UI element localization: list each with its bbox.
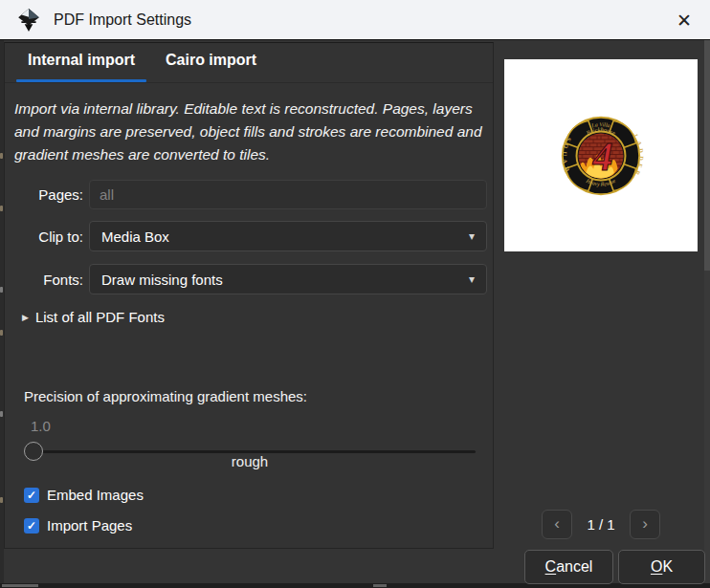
check-icon: ✓ bbox=[27, 520, 36, 532]
tab-bar: Internal import Cairo import bbox=[5, 43, 493, 83]
background-fragment bbox=[0, 206, 3, 211]
inkscape-logo-icon bbox=[16, 8, 41, 33]
pdf-fonts-expander[interactable]: ▶ List of all PDF Fonts bbox=[22, 309, 165, 325]
previous-page-button[interactable]: ‹ bbox=[542, 510, 572, 539]
background-fragment bbox=[0, 330, 3, 336]
close-icon[interactable]: ✕ bbox=[670, 7, 699, 33]
badge-number: 4 bbox=[592, 134, 613, 178]
pdf-preview-badge: 4 La Villa Brickhouse Heavy Rescue SQUAD… bbox=[554, 109, 648, 203]
chevron-down-icon: ▾ bbox=[469, 229, 475, 243]
precision-scale-label: rough bbox=[24, 453, 476, 469]
cancel-button[interactable]: Cancel bbox=[524, 550, 613, 584]
import-pages-label: Import Pages bbox=[47, 517, 132, 534]
background-scrollbar-fragment bbox=[704, 40, 710, 271]
background-fragment bbox=[0, 287, 3, 293]
pdf-fonts-expander-label: List of all PDF Fonts bbox=[35, 309, 165, 325]
next-page-button[interactable]: › bbox=[630, 510, 660, 539]
fonts-label: Fonts: bbox=[5, 272, 83, 288]
clip-to-label: Clip to: bbox=[5, 229, 83, 245]
import-pages-checkbox[interactable]: ✓ bbox=[24, 518, 39, 534]
import-settings-notebook: Internal import Cairo import Import via … bbox=[4, 42, 494, 549]
pages-label: Pages: bbox=[5, 186, 83, 203]
pages-input[interactable] bbox=[89, 180, 487, 209]
fonts-dropdown[interactable]: Draw missing fonts ▾ bbox=[89, 264, 487, 294]
page-position-label: 1 / 1 bbox=[583, 516, 619, 533]
chevron-right-icon: › bbox=[642, 514, 648, 534]
check-icon: ✓ bbox=[27, 490, 36, 501]
fonts-value: Draw missing fonts bbox=[101, 272, 223, 288]
background-right-edge bbox=[704, 40, 710, 583]
import-pages-row[interactable]: ✓ Import Pages bbox=[24, 517, 132, 534]
embed-images-row[interactable]: ✓ Embed Images bbox=[24, 487, 144, 503]
clip-to-value: Media Box bbox=[101, 229, 169, 245]
page-navigator: ‹ 1 / 1 › bbox=[504, 509, 698, 539]
chevron-left-icon: ‹ bbox=[554, 514, 560, 534]
ok-button[interactable]: OK bbox=[618, 550, 705, 584]
clip-to-dropdown[interactable]: Media Box ▾ bbox=[89, 221, 487, 251]
background-fragment bbox=[373, 584, 387, 587]
tab-cairo-import[interactable]: Cairo import bbox=[150, 43, 272, 82]
chevron-down-icon: ▾ bbox=[469, 272, 475, 286]
expander-arrow-icon: ▶ bbox=[22, 313, 29, 322]
background-fragment bbox=[0, 153, 3, 159]
embed-images-label: Embed Images bbox=[47, 487, 144, 503]
cancel-button-label: Cancel bbox=[545, 558, 593, 576]
background-fragment bbox=[0, 497, 3, 503]
tab-internal-import[interactable]: Internal import bbox=[12, 43, 150, 82]
precision-label: Precision of approximating gradient mesh… bbox=[24, 388, 307, 404]
titlebar: PDF Import Settings ✕ bbox=[0, 0, 710, 40]
precision-value: 1.0 bbox=[31, 418, 51, 434]
import-description: Import via internal library. Editable te… bbox=[14, 98, 485, 166]
background-fragment bbox=[2, 584, 38, 587]
ok-button-label: OK bbox=[651, 558, 673, 576]
background-fragment bbox=[0, 411, 3, 417]
embed-images-checkbox[interactable]: ✓ bbox=[24, 488, 39, 503]
pdf-page-preview: 4 La Villa Brickhouse Heavy Rescue SQUAD… bbox=[504, 59, 698, 251]
window-title: PDF Import Settings bbox=[54, 11, 191, 29]
